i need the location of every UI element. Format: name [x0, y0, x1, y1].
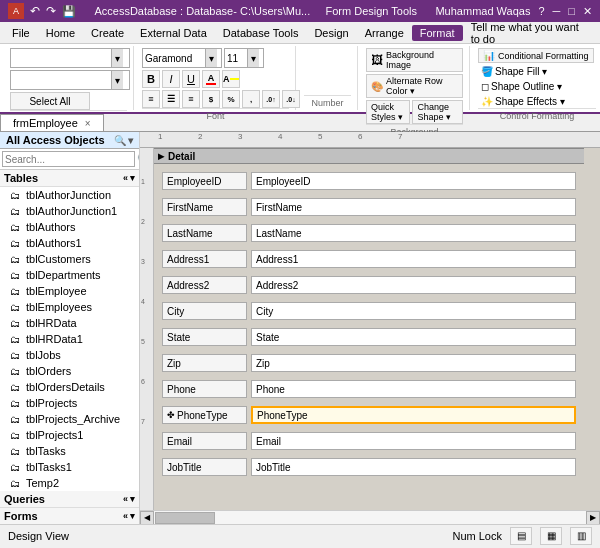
highlight-button[interactable]: A [222, 70, 240, 88]
formatting-dropdown[interactable]: Formatting (Detail) ▾ [10, 70, 130, 90]
status-view-btn-2[interactable]: ▦ [540, 527, 562, 545]
phonetype-input[interactable]: PhoneType [11, 52, 111, 64]
percent-button[interactable]: % [222, 90, 240, 108]
bold-button[interactable]: B [142, 70, 160, 88]
shape-effects-button[interactable]: ✨ Shape Effects ▾ [478, 95, 568, 108]
h-scroll-track[interactable] [154, 511, 586, 525]
nav-item-tblorders[interactable]: 🗂 tblOrders [0, 363, 139, 379]
nav-item-tblauthors[interactable]: 🗂 tblAuthors [0, 219, 139, 235]
nav-item-tblcustomers[interactable]: 🗂 tblCustomers [0, 251, 139, 267]
nav-item-tblhrdata[interactable]: 🗂 tblHRData [0, 315, 139, 331]
field-input-employeeid[interactable]: EmployeeID [251, 172, 576, 190]
alternate-row-color-button[interactable]: 🎨 Alternate Row Color ▾ [366, 74, 463, 98]
background-image-button[interactable]: 🖼 Background Image [366, 48, 463, 72]
help-button[interactable]: ? [538, 5, 544, 18]
menu-external-data[interactable]: External Data [132, 25, 215, 41]
menu-database-tools[interactable]: Database Tools [215, 25, 307, 41]
menu-tell-me[interactable]: Tell me what you want to do [463, 19, 596, 47]
nav-item-tblprojects1[interactable]: 🗂 tblProjects1 [0, 427, 139, 443]
detail-section-bar[interactable]: ▶ Detail [154, 148, 584, 164]
doc-tab-close[interactable]: × [85, 118, 91, 129]
nav-item-tblauthorjunction1[interactable]: 🗂 tblAuthorJunction1 [0, 203, 139, 219]
increase-decimal-button[interactable]: .0↑ [262, 90, 280, 108]
field-input-email[interactable]: Email [251, 432, 576, 450]
font-size-arrow[interactable]: ▾ [247, 49, 259, 67]
field-input-lastname[interactable]: LastName [251, 224, 576, 242]
font-size-dropdown[interactable]: ▾ [224, 48, 264, 68]
tables-collapse-icon[interactable]: ▾ [130, 173, 135, 183]
field-input-firstname[interactable]: FirstName [251, 198, 576, 216]
queries-collapse-icon[interactable]: ▾ [130, 494, 135, 504]
field-input-zip[interactable]: Zip [251, 354, 576, 372]
h-scroll-left-btn[interactable]: ◀ [140, 511, 154, 525]
quick-access-save[interactable]: 💾 [62, 5, 76, 18]
field-input-address1[interactable]: Address1 [251, 250, 576, 268]
nav-item-temp2[interactable]: 🗂 Temp2 [0, 475, 139, 491]
menu-file[interactable]: File [4, 25, 38, 41]
conditional-formatting-button[interactable]: 📊 Conditional Formatting [478, 48, 594, 63]
phonetype-arrow[interactable]: ▾ [111, 49, 123, 67]
number-format-button[interactable]: $ [202, 90, 220, 108]
status-view-btn-3[interactable]: ▥ [570, 527, 592, 545]
menu-create[interactable]: Create [83, 25, 132, 41]
tables-section-header[interactable]: Tables « ▾ [0, 170, 139, 187]
underline-button[interactable]: U [182, 70, 200, 88]
menu-home[interactable]: Home [38, 25, 83, 41]
queries-section-header[interactable]: Queries « ▾ [0, 491, 139, 508]
field-input-phone[interactable]: Phone [251, 380, 576, 398]
status-view-btn-1[interactable]: ▤ [510, 527, 532, 545]
panel-search-toggle[interactable]: 🔍 [114, 135, 126, 146]
select-all-button[interactable]: Select All [10, 92, 90, 110]
font-color-button[interactable]: A [202, 70, 220, 88]
forms-section-header[interactable]: Forms « ▾ [0, 508, 139, 524]
font-family-dropdown[interactable]: ▾ [142, 48, 222, 68]
menu-format[interactable]: Format [412, 25, 463, 41]
field-input-jobtitle[interactable]: JobTitle [251, 458, 576, 476]
search-input[interactable] [2, 151, 135, 167]
minimize-button[interactable]: ─ [553, 5, 561, 18]
field-input-state[interactable]: State [251, 328, 576, 346]
h-scroll[interactable]: ◀ ▶ [140, 510, 600, 524]
field-input-city[interactable]: City [251, 302, 576, 320]
quick-access-redo[interactable]: ↷ [46, 4, 56, 18]
nav-item-tblordersdetails[interactable]: 🗂 tblOrdersDetails [0, 379, 139, 395]
menu-arrange[interactable]: Arrange [357, 25, 412, 41]
nav-item-tbltasks1[interactable]: 🗂 tblTasks1 [0, 459, 139, 475]
close-button[interactable]: ✕ [583, 5, 592, 18]
field-input-address2[interactable]: Address2 [251, 276, 576, 294]
h-scroll-right-btn[interactable]: ▶ [586, 511, 600, 525]
nav-item-tblemployee[interactable]: 🗂 tblEmployee [0, 283, 139, 299]
nav-item-tblhrdata1[interactable]: 🗂 tblHRData1 [0, 331, 139, 347]
font-size-input[interactable] [225, 53, 247, 64]
change-shape-button[interactable]: Change Shape ▾ [412, 100, 463, 124]
nav-item-tblauthors1[interactable]: 🗂 tblAuthors1 [0, 235, 139, 251]
nav-item-tbldepartments[interactable]: 🗂 tblDepartments [0, 267, 139, 283]
maximize-button[interactable]: □ [568, 5, 575, 18]
nav-item-tblauthorjunction[interactable]: 🗂 tblAuthorJunction [0, 187, 139, 203]
formatting-input[interactable]: Formatting (Detail) [11, 75, 111, 85]
forms-collapse-icon[interactable]: ▾ [130, 511, 135, 521]
forms-expand-icon[interactable]: « [123, 511, 128, 521]
nav-item-tblprojects[interactable]: 🗂 tblProjects [0, 395, 139, 411]
queries-expand-icon[interactable]: « [123, 494, 128, 504]
align-center-button[interactable]: ☰ [162, 90, 180, 108]
font-family-input[interactable] [143, 53, 205, 64]
nav-item-tblemployees[interactable]: 🗂 tblEmployees [0, 299, 139, 315]
tables-expand-icon[interactable]: « [123, 173, 128, 183]
italic-button[interactable]: I [162, 70, 180, 88]
comma-button[interactable]: , [242, 90, 260, 108]
shape-fill-button[interactable]: 🪣 Shape Fill ▾ [478, 65, 550, 78]
panel-options-btn[interactable]: ▾ [128, 135, 133, 146]
field-input-phonetype[interactable]: PhoneType [251, 406, 576, 424]
nav-item-tbltasks[interactable]: 🗂 tblTasks [0, 443, 139, 459]
menu-design[interactable]: Design [306, 25, 356, 41]
shape-outline-button[interactable]: ◻ Shape Outline ▾ [478, 80, 565, 93]
formatting-arrow[interactable]: ▾ [111, 71, 123, 89]
quick-styles-button[interactable]: Quick Styles ▾ [366, 100, 410, 124]
nav-item-tblprojects-archive[interactable]: 🗂 tblProjects_Archive [0, 411, 139, 427]
align-left-button[interactable]: ≡ [142, 90, 160, 108]
quick-access-undo[interactable]: ↶ [30, 4, 40, 18]
phonetype-dropdown[interactable]: PhoneType ▾ [10, 48, 130, 68]
h-scroll-thumb[interactable] [155, 512, 215, 524]
font-family-arrow[interactable]: ▾ [205, 49, 217, 67]
